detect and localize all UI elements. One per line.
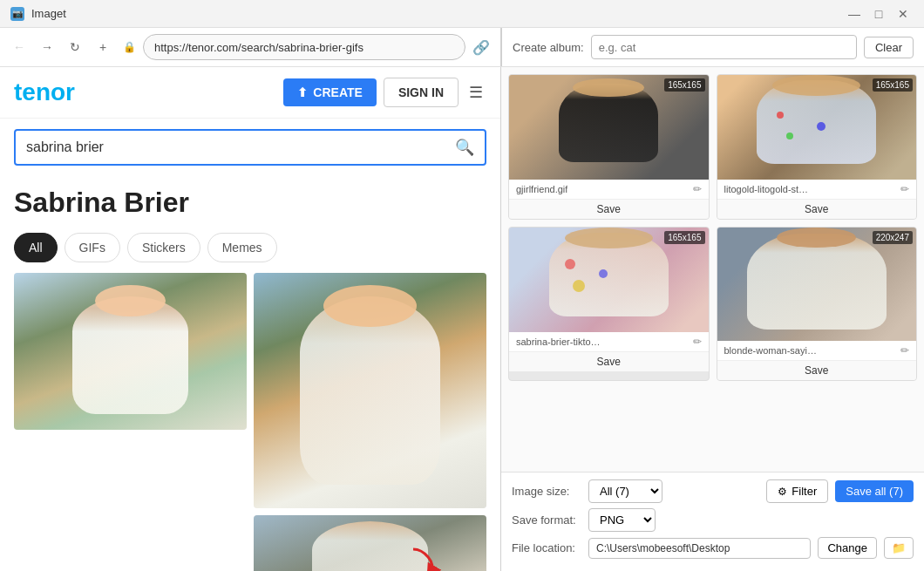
search-button[interactable]: 🔍 (455, 138, 474, 157)
main-container: tenor ⬆ CREATE SIGN IN ☰ 🔍 Sabrina Brier (0, 67, 924, 571)
web-content: tenor ⬆ CREATE SIGN IN ☰ 🔍 Sabrina Brier (0, 67, 501, 571)
image-size-label: Image size: (512, 485, 581, 498)
gif-item-3[interactable] (254, 515, 486, 571)
image-size-row: Image size: All (7) Small Medium Large ⚙… (512, 479, 914, 503)
file-location-row: File location: Change 📁 (512, 537, 914, 559)
ext-image-item-3: 165x165 sabrina-brier-tiktok.gif ✏ Save (508, 227, 710, 381)
change-button[interactable]: Change (818, 537, 877, 559)
search-container: 🔍 (0, 119, 500, 176)
ext-filename-3: sabrina-brier-tiktok.gif (516, 336, 603, 347)
title-bar: 📷 Imaget — □ ✕ (0, 0, 924, 28)
ext-image-thumb-3[interactable]: 165x165 (509, 228, 709, 332)
ext-image-thumb-1[interactable]: 165x165 (509, 75, 709, 180)
forward-button[interactable]: → (35, 35, 59, 59)
ext-filename-4: blonde-woman-saying-oh-tiktoker (724, 345, 820, 356)
edit-icon-4[interactable]: ✏ (900, 344, 909, 357)
ext-save-btn-3[interactable]: Save (509, 351, 709, 371)
edit-icon-3[interactable]: ✏ (693, 336, 702, 348)
search-box: 🔍 (14, 129, 486, 166)
back-button[interactable]: ← (7, 35, 31, 59)
page-title: Sabrina Brier (14, 187, 486, 219)
save-format-select[interactable]: PNG JPG GIF WEBP (588, 508, 656, 532)
create-label: CREATE (313, 85, 363, 99)
image-size-select[interactable]: All (7) Small Medium Large (588, 479, 662, 503)
ext-image-footer-2: litogold-litogold-stan-twt.gif ✏ (717, 180, 917, 199)
ext-image-item-1: 165x165 gjirlfriend.gif ✏ Save (508, 74, 710, 220)
folder-icon: 📁 (892, 541, 906, 554)
ext-image-footer-3: sabrina-brier-tiktok.gif ✏ (509, 332, 709, 351)
tenor-header: tenor ⬆ CREATE SIGN IN ☰ (0, 67, 500, 119)
filter-icon: ⚙ (778, 486, 787, 498)
combined-bar: ← → ↻ + 🔒 🔗 Create album: Clear (0, 28, 924, 67)
close-button[interactable]: ✕ (893, 3, 914, 24)
filter-tab-stickers[interactable]: Stickers (127, 233, 200, 262)
ext-image-item-2: 165x165 litogold-litogold-stan-twt.gif ✏… (717, 74, 918, 220)
gif-column-1 (14, 273, 247, 571)
app-icon: 📷 (10, 7, 24, 21)
save-format-row: Save format: PNG JPG GIF WEBP (512, 508, 914, 532)
clear-button[interactable]: Clear (864, 37, 914, 58)
ext-filename-1: gjirlfriend.gif (516, 184, 567, 194)
ext-image-thumb-4[interactable]: 220x247 (717, 228, 917, 341)
filter-tab-all[interactable]: All (14, 233, 58, 262)
ext-image-footer-1: gjirlfriend.gif ✏ (509, 180, 709, 199)
title-bar-left: 📷 Imaget (10, 7, 66, 21)
tenor-logo: tenor (14, 78, 75, 106)
ext-image-item-4: 220x247 blonde-woman-saying-oh-tiktoker … (717, 227, 918, 381)
ext-size-badge-2: 165x165 (873, 78, 913, 92)
new-tab-button[interactable]: + (91, 35, 115, 59)
edit-icon-2[interactable]: ✏ (900, 183, 909, 195)
save-format-label: Save format: (512, 513, 581, 527)
edit-icon-1[interactable]: ✏ (693, 183, 702, 195)
ext-save-btn-2[interactable]: Save (717, 199, 917, 219)
ext-save-btn-1[interactable]: Save (509, 199, 709, 219)
filter-tabs: All GIFs Stickers Memes (0, 226, 500, 273)
create-album-label: Create album: (513, 41, 584, 54)
refresh-button[interactable]: ↻ (63, 35, 87, 59)
tenor-actions: ⬆ CREATE SIGN IN ☰ (283, 78, 486, 107)
hamburger-menu-button[interactable]: ☰ (465, 79, 486, 105)
filter-label: Filter (792, 485, 817, 498)
search-input[interactable] (26, 139, 455, 155)
maximize-button[interactable]: □ (868, 3, 889, 24)
ext-image-thumb-2[interactable]: 165x165 (717, 75, 917, 180)
title-bar-controls: — □ ✕ (844, 3, 914, 24)
gif-grid: Auto Scroll (0, 273, 500, 571)
ext-header: Create album: Clear (501, 28, 924, 66)
create-button[interactable]: ⬆ CREATE (283, 78, 377, 106)
gif-item-2[interactable] (254, 273, 486, 508)
save-all-button[interactable]: Save all (7) (835, 480, 914, 502)
folder-button[interactable]: 📁 (884, 537, 914, 559)
minimize-button[interactable]: — (844, 3, 865, 24)
gif-column-2 (254, 273, 486, 571)
file-location-label: File location: (512, 541, 581, 554)
page-title-section: Sabrina Brier (0, 176, 500, 226)
filter-button[interactable]: ⚙ Filter (766, 479, 828, 503)
ext-size-badge-3: 165x165 (664, 231, 704, 244)
ext-bottom-controls: Image size: All (7) Small Medium Large ⚙… (501, 472, 924, 571)
file-location-input[interactable] (588, 538, 811, 559)
nav-bar: ← → ↻ + 🔒 🔗 (0, 28, 501, 66)
app-title: Imaget (31, 7, 66, 20)
extension-icon-button[interactable]: 🔗 (469, 35, 493, 59)
filter-tab-memes[interactable]: Memes (207, 233, 277, 262)
sign-in-button[interactable]: SIGN IN (384, 78, 459, 107)
ext-size-badge-1: 165x165 (664, 78, 704, 92)
filter-tab-gifs[interactable]: GIFs (65, 233, 120, 262)
ext-save-btn-4[interactable]: Save (717, 360, 917, 380)
gif-item-1[interactable] (14, 273, 247, 430)
ext-image-footer-4: blonde-woman-saying-oh-tiktoker ✏ (717, 341, 917, 360)
address-input[interactable] (143, 34, 465, 60)
scroll-arrow-indicator (406, 545, 441, 571)
ext-image-grid: 165x165 gjirlfriend.gif ✏ Save 165x165 (501, 67, 924, 472)
ext-size-badge-4: 220x247 (873, 231, 913, 244)
upload-icon: ⬆ (297, 85, 308, 99)
ext-panel: 165x165 gjirlfriend.gif ✏ Save 165x165 (501, 67, 924, 571)
ext-filename-2: litogold-litogold-stan-twt.gif (724, 184, 812, 194)
album-name-input[interactable] (591, 35, 857, 59)
app-icon-symbol: 📷 (12, 9, 23, 18)
address-bar-shield[interactable]: 🔒 (119, 37, 139, 58)
